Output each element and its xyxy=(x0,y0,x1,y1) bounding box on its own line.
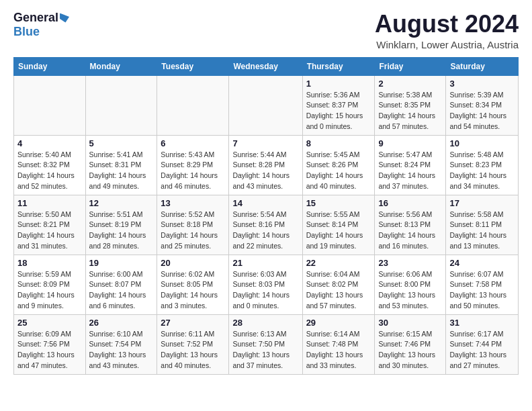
day-number: 30 xyxy=(378,318,442,328)
calendar-cell: 17 Sunrise: 5:58 AMSunset: 8:11 PMDaylig… xyxy=(446,195,519,255)
day-number: 11 xyxy=(17,198,82,208)
day-number: 24 xyxy=(449,258,515,268)
day-number: 29 xyxy=(306,318,371,328)
calendar-cell: 16 Sunrise: 5:56 AMSunset: 8:13 PMDaylig… xyxy=(375,195,446,255)
day-info: Sunrise: 5:40 AMSunset: 8:32 PMDaylight:… xyxy=(17,150,82,192)
day-number: 12 xyxy=(89,198,154,208)
day-number: 18 xyxy=(17,258,82,268)
weekday-header-wednesday: Wednesday xyxy=(229,57,302,75)
day-number: 22 xyxy=(306,258,371,268)
calendar-cell: 7 Sunrise: 5:44 AMSunset: 8:28 PMDayligh… xyxy=(229,135,302,195)
day-info: Sunrise: 5:45 AMSunset: 8:26 PMDaylight:… xyxy=(306,150,371,192)
day-number: 10 xyxy=(449,138,515,148)
calendar-cell: 8 Sunrise: 5:45 AMSunset: 8:26 PMDayligh… xyxy=(302,135,375,195)
calendar-cell: 31 Sunrise: 6:17 AMSunset: 7:44 PMDaylig… xyxy=(446,314,519,374)
logo-blue: Blue xyxy=(13,25,40,39)
day-info: Sunrise: 5:39 AMSunset: 8:34 PMDaylight:… xyxy=(449,90,515,132)
day-info: Sunrise: 5:41 AMSunset: 8:31 PMDaylight:… xyxy=(89,150,154,192)
calendar-cell: 29 Sunrise: 6:14 AMSunset: 7:48 PMDaylig… xyxy=(302,314,375,374)
day-number: 4 xyxy=(17,138,82,148)
day-info: Sunrise: 6:15 AMSunset: 7:46 PMDaylight:… xyxy=(378,329,442,371)
day-number: 27 xyxy=(161,318,225,328)
logo: General Blue xyxy=(13,11,69,39)
day-number: 28 xyxy=(232,318,298,328)
day-number: 26 xyxy=(89,318,154,328)
calendar-cell: 3 Sunrise: 5:39 AMSunset: 8:34 PMDayligh… xyxy=(446,75,519,135)
title-area: August 2024 Winklarn, Lower Austria, Aus… xyxy=(375,11,519,50)
calendar-cell xyxy=(157,75,229,135)
calendar-cell: 1 Sunrise: 5:36 AMSunset: 8:37 PMDayligh… xyxy=(302,75,375,135)
calendar-cell: 19 Sunrise: 6:00 AMSunset: 8:07 PMDaylig… xyxy=(85,255,157,314)
day-info: Sunrise: 5:47 AMSunset: 8:24 PMDaylight:… xyxy=(378,150,442,192)
calendar-cell: 10 Sunrise: 5:48 AMSunset: 8:23 PMDaylig… xyxy=(446,135,519,195)
calendar-cell: 23 Sunrise: 6:06 AMSunset: 8:00 PMDaylig… xyxy=(375,255,446,314)
calendar-cell: 28 Sunrise: 6:13 AMSunset: 7:50 PMDaylig… xyxy=(229,314,302,374)
day-number: 7 xyxy=(232,138,298,148)
day-number: 20 xyxy=(161,258,225,268)
calendar-cell: 12 Sunrise: 5:51 AMSunset: 8:19 PMDaylig… xyxy=(85,195,157,255)
day-info: Sunrise: 5:59 AMSunset: 8:09 PMDaylight:… xyxy=(17,269,82,312)
calendar-title: August 2024 xyxy=(375,11,519,38)
day-info: Sunrise: 5:54 AMSunset: 8:16 PMDaylight:… xyxy=(232,210,298,252)
day-info: Sunrise: 5:48 AMSunset: 8:23 PMDaylight:… xyxy=(449,150,515,192)
day-info: Sunrise: 5:38 AMSunset: 8:35 PMDaylight:… xyxy=(378,90,442,132)
day-number: 1 xyxy=(306,79,371,89)
calendar-cell: 4 Sunrise: 5:40 AMSunset: 8:32 PMDayligh… xyxy=(14,135,86,195)
calendar-cell: 24 Sunrise: 6:07 AMSunset: 7:58 PMDaylig… xyxy=(446,255,519,314)
calendar-table: SundayMondayTuesdayWednesdayThursdayFrid… xyxy=(13,57,519,375)
calendar-cell: 9 Sunrise: 5:47 AMSunset: 8:24 PMDayligh… xyxy=(375,135,446,195)
day-info: Sunrise: 5:52 AMSunset: 8:18 PMDaylight:… xyxy=(161,210,225,252)
day-number: 17 xyxy=(449,198,515,208)
day-info: Sunrise: 5:44 AMSunset: 8:28 PMDaylight:… xyxy=(232,150,298,192)
weekday-header-tuesday: Tuesday xyxy=(157,57,229,75)
calendar-cell: 11 Sunrise: 5:50 AMSunset: 8:21 PMDaylig… xyxy=(14,195,86,255)
day-number: 2 xyxy=(378,79,442,89)
calendar-cell: 13 Sunrise: 5:52 AMSunset: 8:18 PMDaylig… xyxy=(157,195,229,255)
calendar-cell: 6 Sunrise: 5:43 AMSunset: 8:29 PMDayligh… xyxy=(157,135,229,195)
day-number: 23 xyxy=(378,258,442,268)
day-number: 8 xyxy=(306,138,371,148)
calendar-cell: 22 Sunrise: 6:04 AMSunset: 8:02 PMDaylig… xyxy=(302,255,375,314)
day-number: 3 xyxy=(449,79,515,89)
day-info: Sunrise: 6:03 AMSunset: 8:03 PMDaylight:… xyxy=(232,269,298,312)
calendar-cell: 21 Sunrise: 6:03 AMSunset: 8:03 PMDaylig… xyxy=(229,255,302,314)
day-info: Sunrise: 6:09 AMSunset: 7:56 PMDaylight:… xyxy=(17,329,82,371)
day-number: 21 xyxy=(232,258,298,268)
day-info: Sunrise: 5:55 AMSunset: 8:14 PMDaylight:… xyxy=(306,210,371,252)
day-info: Sunrise: 6:11 AMSunset: 7:52 PMDaylight:… xyxy=(161,329,225,371)
weekday-header-saturday: Saturday xyxy=(446,57,519,75)
day-info: Sunrise: 6:13 AMSunset: 7:50 PMDaylight:… xyxy=(232,329,298,371)
logo-general: General xyxy=(13,11,58,25)
weekday-header-friday: Friday xyxy=(375,57,446,75)
day-info: Sunrise: 6:17 AMSunset: 7:44 PMDaylight:… xyxy=(449,329,515,371)
calendar-cell: 25 Sunrise: 6:09 AMSunset: 7:56 PMDaylig… xyxy=(14,314,86,374)
day-number: 19 xyxy=(89,258,154,268)
calendar-cell: 27 Sunrise: 6:11 AMSunset: 7:52 PMDaylig… xyxy=(157,314,229,374)
day-info: Sunrise: 6:14 AMSunset: 7:48 PMDaylight:… xyxy=(306,329,371,371)
day-number: 5 xyxy=(89,138,154,148)
day-number: 13 xyxy=(161,198,225,208)
weekday-header-sunday: Sunday xyxy=(14,57,86,75)
day-info: Sunrise: 5:43 AMSunset: 8:29 PMDaylight:… xyxy=(161,150,225,192)
day-number: 25 xyxy=(17,318,82,328)
calendar-cell: 26 Sunrise: 6:10 AMSunset: 7:54 PMDaylig… xyxy=(85,314,157,374)
day-number: 15 xyxy=(306,198,371,208)
calendar-cell: 20 Sunrise: 6:02 AMSunset: 8:05 PMDaylig… xyxy=(157,255,229,314)
day-info: Sunrise: 5:50 AMSunset: 8:21 PMDaylight:… xyxy=(17,210,82,252)
calendar-cell: 5 Sunrise: 5:41 AMSunset: 8:31 PMDayligh… xyxy=(85,135,157,195)
calendar-cell: 15 Sunrise: 5:55 AMSunset: 8:14 PMDaylig… xyxy=(302,195,375,255)
calendar-cell: 14 Sunrise: 5:54 AMSunset: 8:16 PMDaylig… xyxy=(229,195,302,255)
calendar-cell xyxy=(229,75,302,135)
weekday-header-monday: Monday xyxy=(85,57,157,75)
day-info: Sunrise: 6:02 AMSunset: 8:05 PMDaylight:… xyxy=(161,269,225,312)
day-info: Sunrise: 6:06 AMSunset: 8:00 PMDaylight:… xyxy=(378,269,442,312)
day-number: 14 xyxy=(232,198,298,208)
header: General Blue August 2024 Winklarn, Lower… xyxy=(13,11,519,50)
day-info: Sunrise: 5:36 AMSunset: 8:37 PMDaylight:… xyxy=(306,90,371,132)
day-number: 16 xyxy=(378,198,442,208)
day-number: 6 xyxy=(161,138,225,148)
day-info: Sunrise: 6:00 AMSunset: 8:07 PMDaylight:… xyxy=(89,269,154,312)
day-info: Sunrise: 5:58 AMSunset: 8:11 PMDaylight:… xyxy=(449,210,515,252)
day-number: 9 xyxy=(378,138,442,148)
logo-icon xyxy=(60,13,69,23)
